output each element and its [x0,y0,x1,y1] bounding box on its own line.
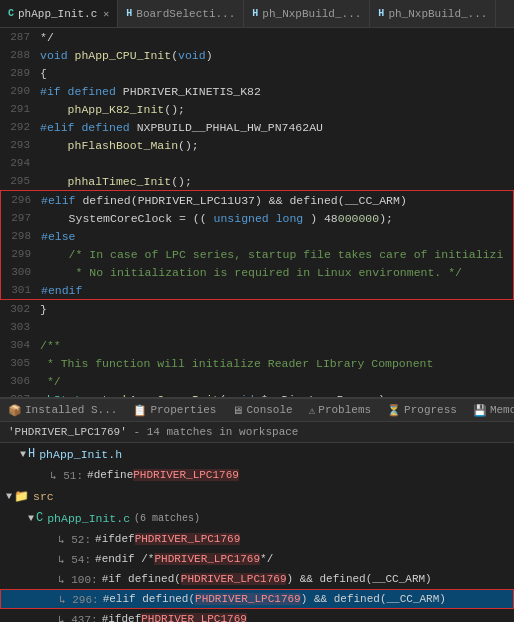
tab-problems[interactable]: ⚠ Problems [301,398,379,422]
h-file-icon: H [28,447,35,461]
tab-label: phApp_Init.c [18,8,97,20]
match-line-100[interactable]: ↳ 100: #if defined(PHDRIVER_LPC1769) && … [0,569,514,589]
code-line-298: 298 #else [1,227,513,245]
match-line-51[interactable]: ↳ 51: #define PHDRIVER_LPC1769 [0,465,514,485]
match-line-296[interactable]: ↳ 296: #elif defined(PHDRIVER_LPC1769) &… [0,589,514,609]
folder-icon: 📁 [14,489,29,504]
code-line-291: 291 phApp_K82_Init(); [0,100,514,118]
match-count: - 14 matches in workspace [133,426,298,438]
console-icon: 🖥 [232,404,243,417]
tab-board-selection[interactable]: H BoardSelecti... [118,0,244,28]
tab-label: BoardSelecti... [136,8,235,20]
tab-nxp-build-2[interactable]: H ph_NxpBuild_... [370,0,496,28]
code-line-287: 287 */ [0,28,514,46]
code-line-289: 289 { [0,64,514,82]
line-ref: ↳ 437: [58,613,98,623]
code-line-300: 300 * No initialization is required in L… [1,263,513,281]
code-line-288: 288 void phApp_CPU_Init(void) [0,46,514,64]
h-file-icon: H [126,8,132,19]
folder-label: src [33,490,54,503]
match-line-54[interactable]: ↳ 54: #endif /* PHDRIVER_LPC1769 */ [0,549,514,569]
h-file-icon: H [252,8,258,19]
line-ref: ↳ 100: [58,573,98,586]
code-line-296: 296 #elif defined(PHDRIVER_LPC11U37) && … [1,191,513,209]
tab-nxp-build-1[interactable]: H ph_NxpBuild_... [244,0,370,28]
code-line-307: 307 phStatus t phApp_Comp_Init(void * pD… [0,390,514,398]
search-query: 'PHDRIVER_LPC1769' [8,426,127,438]
bottom-tab-bar: 📦 Installed S... 📋 Properties 🖥 Console … [0,398,514,422]
line-ref: ↳ 52: [58,533,91,546]
code-line-302: 302 } [0,300,514,318]
tree-item-src[interactable]: ▼ 📁 src [0,485,514,507]
code-line-295: 295 phhalTimec_Init(); [0,172,514,190]
search-results-panel: 'PHDRIVER_LPC1769' - 14 matches in works… [0,422,514,622]
match-line-437[interactable]: ↳ 437: #ifdef PHDRIVER_LPC1769 [0,609,514,622]
match-badge: (6 matches) [134,513,200,524]
highlighted-code-block: 296 #elif defined(PHDRIVER_LPC11U37) && … [0,190,514,300]
file-label: phApp_Init.c [47,512,130,525]
expand-arrow: ▼ [6,491,12,502]
memory-icon: 💾 [473,404,487,417]
tab-memory[interactable]: 💾 Memory [465,398,514,422]
problems-icon: ⚠ [309,404,316,417]
c-file-icon: C [8,8,14,19]
tab-properties[interactable]: 📋 Properties [125,398,224,422]
code-line-301: 301 #endif [1,281,513,299]
code-line-304: 304 /** [0,336,514,354]
c-file-icon: C [36,511,43,525]
tab-console[interactable]: 🖥 Console [224,398,300,422]
tab-label: ph_NxpBuild_... [262,8,361,20]
expand-arrow: ▼ [20,449,26,460]
expand-arrow: ▼ [28,513,34,524]
code-line-293: 293 phFlashBoot_Main(); [0,136,514,154]
code-line-305: 305 * This function will initialize Read… [0,354,514,372]
code-editor: 287 */ 288 void phApp_CPU_Init(void) 289… [0,28,514,398]
code-lines: 287 */ 288 void phApp_CPU_Init(void) 289… [0,28,514,398]
progress-icon: ⏳ [387,404,401,417]
h-file-icon: H [378,8,384,19]
line-ref: ↳ 296: [59,593,99,606]
code-line-303: 303 [0,318,514,336]
line-ref: ↳ 54: [58,553,91,566]
installed-icon: 📦 [8,404,22,417]
code-line-294: 294 [0,154,514,172]
code-line-299: 299 /* In case of LPC series, startup fi… [1,245,513,263]
code-line-292: 292 #elif defined NXPBUILD__PHHAL_HW_PN7… [0,118,514,136]
properties-icon: 📋 [133,404,147,417]
search-results-header: 'PHDRIVER_LPC1769' - 14 matches in works… [0,422,514,443]
tab-label: Installed S... [25,404,117,416]
file-label: phApp_Init.h [39,448,122,461]
tab-close-icon[interactable]: ✕ [103,8,109,20]
tab-label: Problems [318,404,371,416]
code-line-306: 306 */ [0,372,514,390]
editor-tab-bar: C phApp_Init.c ✕ H BoardSelecti... H ph_… [0,0,514,28]
line-ref: ↳ 51: [50,469,83,482]
code-line-297: 297 SystemCoreClock = (( unsigned long )… [1,209,513,227]
tab-phApp-Init-c[interactable]: C phApp_Init.c ✕ [0,0,118,28]
code-line-290: 290 #if defined PHDRIVER_KINETIS_K82 [0,82,514,100]
tab-label: Memory [490,404,514,416]
tab-installed-software[interactable]: 📦 Installed S... [0,398,125,422]
tab-progress[interactable]: ⏳ Progress [379,398,465,422]
tab-label: ph_NxpBuild_... [388,8,487,20]
tab-label: Progress [404,404,457,416]
tab-label: Console [246,404,292,416]
tree-item-phApp-Init-h[interactable]: ▼ H phApp_Init.h [0,443,514,465]
match-line-52[interactable]: ↳ 52: #ifdef PHDRIVER_LPC1769 [0,529,514,549]
tree-item-phApp-Init-c[interactable]: ▼ C phApp_Init.c (6 matches) [0,507,514,529]
tab-label: Properties [150,404,216,416]
